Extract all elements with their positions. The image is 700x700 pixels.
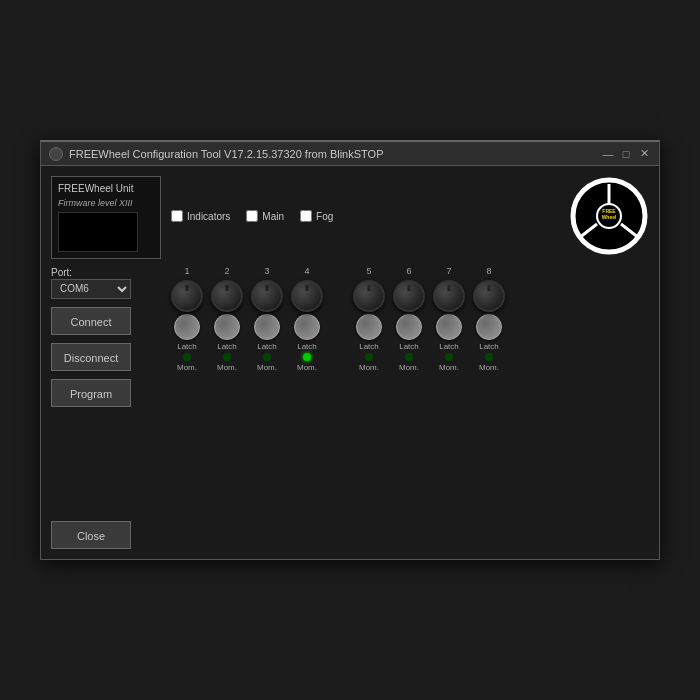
maximize-button[interactable]: □ xyxy=(619,147,633,161)
right-panel: Indicators Main Fog xyxy=(171,176,649,549)
port-section: Port: COM6 xyxy=(51,267,161,299)
mom-label-6: Mom. xyxy=(399,363,419,372)
led-7 xyxy=(445,353,453,361)
unit-box: FREEWheel Unit Firmware level XIII xyxy=(51,176,161,259)
indicators-label: Indicators xyxy=(187,211,230,222)
firmware-label: Firmware level XIII xyxy=(58,198,154,208)
knobs-area: 1 Latch Mom. 2 xyxy=(171,266,649,549)
latch-label-6: Latch xyxy=(399,342,419,351)
close-button[interactable]: Close xyxy=(51,521,131,549)
main-checkbox[interactable] xyxy=(246,210,258,222)
knob-number-6: 6 xyxy=(406,266,411,276)
knob-group-8: 8 Latch Mom. xyxy=(473,266,505,372)
led-4 xyxy=(303,353,311,361)
knob-small-8 xyxy=(476,314,502,340)
window-content: FREEWheel Unit Firmware level XIII Port:… xyxy=(41,166,659,559)
knob-small-3 xyxy=(254,314,280,340)
knob-number-5: 5 xyxy=(366,266,371,276)
latch-label-2: Latch xyxy=(217,342,237,351)
knob-group-3: 3 Latch Mom. xyxy=(251,266,283,372)
led-5 xyxy=(365,353,373,361)
mom-label-2: Mom. xyxy=(217,363,237,372)
knob-number-3: 3 xyxy=(264,266,269,276)
port-select[interactable]: COM6 xyxy=(51,279,131,299)
main-checkbox-item: Main xyxy=(246,210,284,222)
knob-group-7: 7 Latch Mom. xyxy=(433,266,465,372)
knob-small-5 xyxy=(356,314,382,340)
knob-3[interactable] xyxy=(251,280,283,312)
led-8 xyxy=(485,353,493,361)
main-label: Main xyxy=(262,211,284,222)
latch-label-1: Latch xyxy=(177,342,197,351)
top-row: Indicators Main Fog xyxy=(171,176,649,260)
mom-label-8: Mom. xyxy=(479,363,499,372)
app-icon xyxy=(49,147,63,161)
close-window-button[interactable]: ✕ xyxy=(637,147,651,161)
led-6 xyxy=(405,353,413,361)
fog-label: Fog xyxy=(316,211,333,222)
program-button[interactable]: Program xyxy=(51,379,131,407)
indicators-checkbox-item: Indicators xyxy=(171,210,230,222)
port-label: Port: xyxy=(51,267,161,278)
connect-button[interactable]: Connect xyxy=(51,307,131,335)
title-controls: — □ ✕ xyxy=(601,147,651,161)
knob-5[interactable] xyxy=(353,280,385,312)
knob-8[interactable] xyxy=(473,280,505,312)
window-title: FREEWheel Configuration Tool V17.2.15.37… xyxy=(69,148,383,160)
knob-group-5: 5 Latch Mom. xyxy=(353,266,385,372)
disconnect-button[interactable]: Disconnect xyxy=(51,343,131,371)
latch-label-3: Latch xyxy=(257,342,277,351)
knob-4[interactable] xyxy=(291,280,323,312)
knob-1[interactable] xyxy=(171,280,203,312)
knob-number-4: 4 xyxy=(304,266,309,276)
left-knobs: 1 Latch Mom. 2 xyxy=(171,266,323,372)
knob-group-4: 4 Latch Mom. xyxy=(291,266,323,372)
latch-label-4: Latch xyxy=(297,342,317,351)
checkboxes: Indicators Main Fog xyxy=(171,210,333,222)
unit-display xyxy=(58,212,138,252)
main-window: FREEWheel Configuration Tool V17.2.15.37… xyxy=(40,140,660,560)
indicators-checkbox[interactable] xyxy=(171,210,183,222)
mom-label-7: Mom. xyxy=(439,363,459,372)
knob-group-6: 6 Latch Mom. xyxy=(393,266,425,372)
knob-number-8: 8 xyxy=(486,266,491,276)
knob-group-1: 1 Latch Mom. xyxy=(171,266,203,372)
led-2 xyxy=(223,353,231,361)
mom-label-3: Mom. xyxy=(257,363,277,372)
right-knobs: 5 Latch Mom. 6 xyxy=(353,266,505,372)
knob-number-1: 1 xyxy=(184,266,189,276)
knob-small-2 xyxy=(214,314,240,340)
left-panel: FREEWheel Unit Firmware level XIII Port:… xyxy=(51,176,161,549)
title-bar: FREEWheel Configuration Tool V17.2.15.37… xyxy=(41,142,659,166)
svg-text:Wheel: Wheel xyxy=(602,214,617,220)
title-bar-left: FREEWheel Configuration Tool V17.2.15.37… xyxy=(49,147,383,161)
latch-label-5: Latch xyxy=(359,342,379,351)
unit-label: FREEWheel Unit xyxy=(58,183,154,194)
led-1 xyxy=(183,353,191,361)
latch-label-7: Latch xyxy=(439,342,459,351)
minimize-button[interactable]: — xyxy=(601,147,615,161)
knob-6[interactable] xyxy=(393,280,425,312)
mom-label-4: Mom. xyxy=(297,363,317,372)
knob-number-7: 7 xyxy=(446,266,451,276)
knob-2[interactable] xyxy=(211,280,243,312)
knob-small-7 xyxy=(436,314,462,340)
knob-small-1 xyxy=(174,314,200,340)
fog-checkbox[interactable] xyxy=(300,210,312,222)
knob-group-2: 2 Latch Mom. xyxy=(211,266,243,372)
knob-7[interactable] xyxy=(433,280,465,312)
fog-checkbox-item: Fog xyxy=(300,210,333,222)
led-3 xyxy=(263,353,271,361)
knob-number-2: 2 xyxy=(224,266,229,276)
knob-small-6 xyxy=(396,314,422,340)
knob-small-4 xyxy=(294,314,320,340)
steering-wheel: FREE Wheel xyxy=(569,176,649,256)
latch-label-8: Latch xyxy=(479,342,499,351)
desktop: FREEWheel Configuration Tool V17.2.15.37… xyxy=(0,0,700,700)
mom-label-5: Mom. xyxy=(359,363,379,372)
mom-label-1: Mom. xyxy=(177,363,197,372)
